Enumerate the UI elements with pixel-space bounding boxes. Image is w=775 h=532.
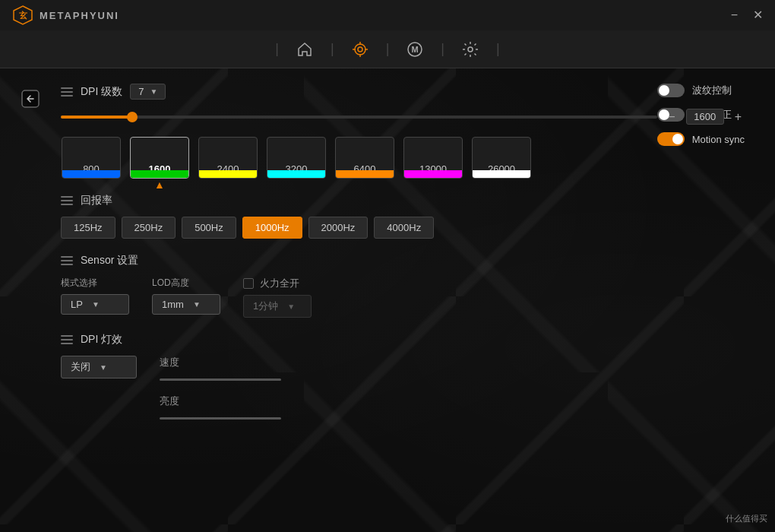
dpi-card-1600[interactable]: 1600 ▲ <box>129 137 190 179</box>
polling-section: 回报率 125Hz 250Hz 500Hz 1000Hz 2000Hz 4000… <box>61 194 745 239</box>
dpi-light-title: DPI 灯效 <box>81 333 122 347</box>
svg-point-10 <box>468 47 473 52</box>
window-controls: − ✕ <box>731 9 763 21</box>
dpi-cards-container: 800 1600 ▲ 2400 3200 <box>61 137 745 179</box>
dpi-card-box-26000: 26000 <box>472 137 531 179</box>
time-chevron-icon: ▼ <box>287 302 295 311</box>
light-mode-chevron-icon: ▼ <box>100 363 107 372</box>
nav-mode[interactable]: M <box>401 36 429 63</box>
nav-sep-3: | <box>386 41 390 57</box>
dpi-section: DPI 级数 7 ▼ − 1600 + 800 <box>61 84 745 179</box>
lod-value: 1mm <box>162 299 184 310</box>
time-value: 1分钟 <box>253 299 278 313</box>
dpi-card-800[interactable]: 800 <box>61 137 122 179</box>
nav-bar: | | | M | | <box>0 30 775 68</box>
light-mode-dropdown[interactable]: 关闭 ▼ <box>61 356 137 378</box>
svg-point-3 <box>358 47 362 52</box>
dpi-section-icon <box>61 87 73 97</box>
dpi-slider-track[interactable] <box>61 116 657 119</box>
dpi-slider-fill <box>61 116 132 119</box>
dpi-increase-button[interactable]: + <box>732 110 745 124</box>
watermark-text: 什么值得买 <box>726 514 767 523</box>
lod-col: LOD高度 1mm ▼ <box>152 277 220 315</box>
dpi-card-box-800: 800 <box>62 137 121 179</box>
sensor-section: Sensor 设置 模式选择 LP ▼ LOD高度 1mm ▼ <box>61 254 745 318</box>
dpi-card-13000[interactable]: 13000 <box>403 137 463 179</box>
light-mode-value: 关闭 <box>71 360 90 374</box>
chevron-down-icon: ▼ <box>150 87 157 96</box>
dpi-light-section: DPI 灯效 关闭 ▼ 速度 亮度 <box>61 333 745 420</box>
lod-label: LOD高度 <box>152 277 220 290</box>
nav-sep-5: | <box>496 41 500 57</box>
dpi-header: DPI 级数 7 ▼ <box>61 84 745 100</box>
mode-label: 模式选择 <box>61 277 129 290</box>
dpi-card-3200[interactable]: 3200 <box>266 137 327 179</box>
dpi-card-box-1600: 1600 <box>130 137 189 179</box>
dpi-card-2400[interactable]: 2400 <box>198 137 258 179</box>
nav-target[interactable] <box>346 36 374 63</box>
lod-dropdown[interactable]: 1mm ▼ <box>152 294 220 315</box>
dpi-card-color-2400 <box>199 170 257 178</box>
poll-4000hz[interactable]: 4000Hz <box>374 217 434 239</box>
poll-250hz[interactable]: 250Hz <box>122 217 176 239</box>
fire-label: 火力全开 <box>260 277 299 290</box>
sensor-controls: 模式选择 LP ▼ LOD高度 1mm ▼ 火力全开 <box>61 277 745 318</box>
polling-section-icon <box>61 196 73 205</box>
nav-sep-4: | <box>441 41 444 57</box>
dpi-value-display: 1600 <box>686 109 724 125</box>
dpi-card-box-13000: 13000 <box>403 137 463 179</box>
time-dropdown[interactable]: 1分钟 ▼ <box>243 295 312 318</box>
dpi-slider-row: − 1600 + <box>61 109 745 125</box>
close-button[interactable]: ✕ <box>753 9 763 21</box>
dpi-card-color-26000 <box>473 170 530 178</box>
dpi-card-6400[interactable]: 6400 <box>334 137 395 179</box>
dpi-card-color-13000 <box>404 170 462 178</box>
dpi-card-26000[interactable]: 26000 <box>471 137 532 179</box>
polling-buttons: 125Hz 250Hz 500Hz 1000Hz 2000Hz 4000Hz <box>61 217 745 239</box>
speed-slider[interactable] <box>160 378 281 381</box>
polling-header: 回报率 <box>61 194 745 207</box>
dpi-card-box-2400: 2400 <box>198 137 258 179</box>
polling-section-title: 回报率 <box>81 194 112 207</box>
speed-label: 速度 <box>160 356 281 369</box>
sensor-header: Sensor 设置 <box>61 254 745 268</box>
fire-checkbox-row: 火力全开 <box>243 277 312 290</box>
dpi-card-box-3200: 3200 <box>267 137 326 179</box>
watermark: 什么值得买 <box>726 513 767 524</box>
brightness-label: 亮度 <box>160 394 281 408</box>
nav-sep-2: | <box>331 41 334 57</box>
sensor-section-title: Sensor 设置 <box>81 254 138 268</box>
light-controls: 关闭 ▼ 速度 亮度 <box>61 356 745 420</box>
dpi-level-value: 7 <box>138 86 144 97</box>
svg-text:M: M <box>412 45 419 54</box>
poll-2000hz[interactable]: 2000Hz <box>308 217 369 239</box>
brightness-slider[interactable] <box>160 417 281 420</box>
poll-125hz[interactable]: 125Hz <box>61 217 115 239</box>
fire-checkbox[interactable] <box>243 278 254 289</box>
title-bar: 玄 METAPHYUNI − ✕ <box>0 0 775 30</box>
nav-sep-1: | <box>275 41 279 57</box>
nav-home[interactable] <box>291 36 318 63</box>
dpi-card-color-3200 <box>267 170 325 178</box>
dpi-slider-thumb[interactable] <box>127 112 138 122</box>
mode-col: 模式选择 LP ▼ <box>61 277 129 315</box>
dpi-card-color-6400 <box>336 170 394 178</box>
minimize-button[interactable]: − <box>731 9 738 21</box>
nav-settings[interactable] <box>457 36 484 63</box>
dpi-section-title: DPI 级数 <box>81 85 122 99</box>
svg-text:玄: 玄 <box>19 11 28 20</box>
poll-500hz[interactable]: 500Hz <box>182 217 236 239</box>
sensor-section-icon <box>61 256 73 265</box>
dpi-card-color-1600 <box>131 170 188 178</box>
poll-1000hz[interactable]: 1000Hz <box>242 217 302 239</box>
mode-value: LP <box>71 299 83 310</box>
main-content: DPI 级数 7 ▼ − 1600 + 800 <box>0 68 775 532</box>
speed-col: 速度 亮度 <box>160 356 281 420</box>
lod-chevron-icon: ▼ <box>193 300 201 309</box>
logo-area: 玄 METAPHYUNI <box>12 5 119 26</box>
app-title: METAPHYUNI <box>40 10 119 21</box>
dpi-level-dropdown[interactable]: 7 ▼ <box>130 84 166 100</box>
dpi-decrease-button[interactable]: − <box>665 110 678 124</box>
svg-point-2 <box>355 44 365 55</box>
mode-dropdown[interactable]: LP ▼ <box>61 294 129 315</box>
